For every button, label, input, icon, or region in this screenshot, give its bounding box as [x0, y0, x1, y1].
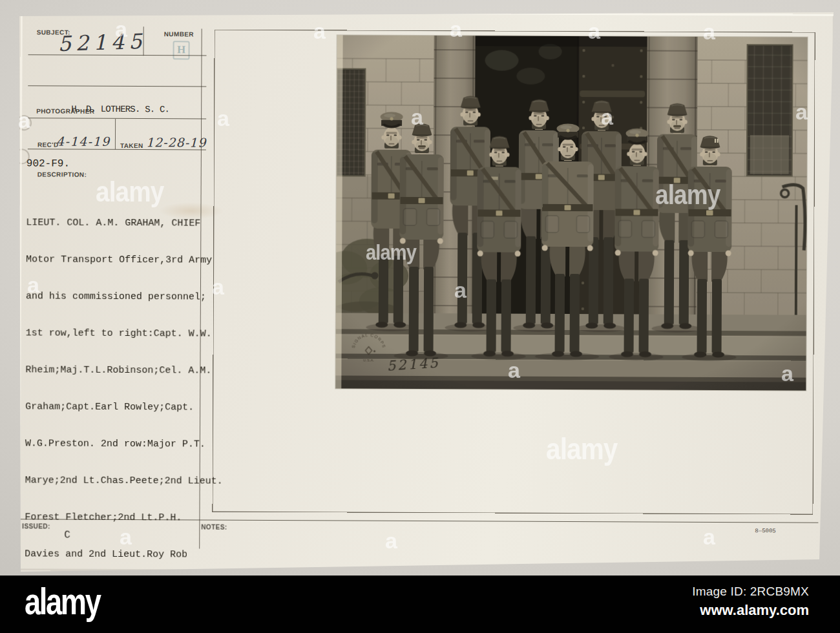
- photo-vignette: [335, 35, 807, 390]
- archive-card: SUBJECT: 52145 NUMBER H PHOTOGRAPHER H. …: [19, 12, 834, 572]
- subject-value-handwritten: 52145: [58, 29, 147, 56]
- number-label: NUMBER: [164, 30, 194, 37]
- punch-mark: [14, 149, 30, 164]
- ruled-line: [28, 118, 206, 119]
- svg-text:U.S.A.: U.S.A.: [363, 358, 374, 362]
- issued-value: C: [64, 530, 70, 541]
- received-label: REC'D: [37, 141, 59, 148]
- form-number: 8—5005: [755, 528, 775, 534]
- ruled-line: [28, 85, 206, 87]
- alamy-stock-photo-preview: SUBJECT: 52145 NUMBER H PHOTOGRAPHER H. …: [0, 0, 840, 633]
- group-photo-svg: SIGNAL CORPS U.S.A. 52145: [335, 35, 807, 390]
- file-number: 902-F9.: [26, 158, 70, 169]
- punch-mark: [16, 115, 32, 130]
- image-id-text: Image ID: 2RCB9MX: [692, 585, 809, 599]
- number-stamp: H: [173, 41, 190, 59]
- issued-label: ISSUED:: [22, 523, 50, 530]
- ruled-line: [28, 54, 207, 56]
- photograph: SIGNAL CORPS U.S.A. 52145: [335, 35, 807, 390]
- alamy-url-text: www.alamy.com: [692, 602, 809, 619]
- taken-value-handwritten: 12-28-19: [146, 135, 206, 149]
- description-text: LIEUT. COL. A.M. GRAHAM, CHIEF Motor Tra…: [24, 192, 224, 633]
- alamy-logo: alamy: [25, 579, 100, 623]
- notes-label: NOTES:: [201, 524, 227, 531]
- ruled-line: [28, 149, 206, 150]
- alamy-footer-bar: alamy Image ID: 2RCB9MX www.alamy.com: [0, 576, 840, 633]
- description-label: DESCRIPTION:: [37, 171, 87, 178]
- ruled-line: [143, 26, 144, 56]
- received-value-handwritten: 4-14-19: [56, 134, 110, 149]
- taken-label: TAKEN: [120, 142, 143, 149]
- photographer-value: H. D. LOTHERS. S. C.: [71, 104, 169, 115]
- ruled-line: [115, 119, 116, 149]
